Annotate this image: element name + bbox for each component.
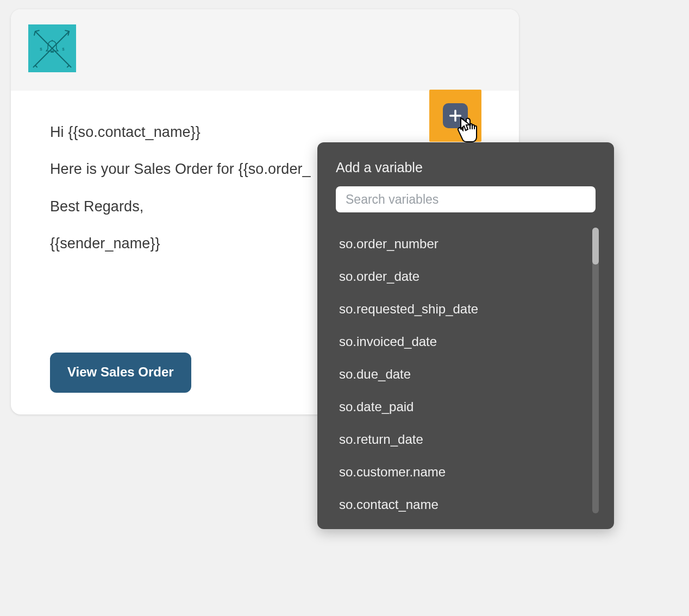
popover-title: Add a variable — [336, 160, 596, 175]
svg-line-5 — [69, 65, 71, 67]
add-variable-button[interactable] — [443, 103, 468, 128]
plus-icon — [448, 108, 463, 123]
variable-list-scroll[interactable]: so.order_number so.order_date so.request… — [336, 228, 596, 521]
svg-line-3 — [35, 65, 37, 67]
variable-item[interactable]: so.due_date — [336, 358, 580, 391]
view-sales-order-button[interactable]: View Sales Order — [50, 353, 191, 393]
variable-item[interactable]: so.customer.name — [336, 456, 580, 488]
add-variable-highlight — [429, 90, 481, 142]
variable-item[interactable]: so.date_paid — [336, 391, 580, 423]
variable-item[interactable]: so.contact_name — [336, 488, 580, 521]
variable-item[interactable]: so.order_number — [336, 228, 580, 260]
variable-search-input[interactable] — [336, 186, 596, 212]
variable-list: so.order_number so.order_date so.request… — [336, 228, 596, 521]
brand-logo: $ $ — [28, 24, 76, 72]
email-line-greeting: Hi {{so.contact_name}} — [50, 122, 480, 142]
logo-right-marker: $ — [62, 47, 65, 52]
variable-item[interactable]: so.requested_ship_date — [336, 293, 580, 325]
logo-left-marker: $ — [40, 47, 42, 52]
card-header: $ $ — [11, 9, 519, 91]
scrollbar-thumb[interactable] — [592, 228, 599, 265]
scrollbar-track — [592, 228, 599, 513]
variable-picker-popover: Add a variable so.order_number so.order_… — [317, 142, 614, 529]
crossed-arrows-icon: $ $ — [31, 27, 73, 70]
variable-item[interactable]: so.order_date — [336, 260, 580, 293]
variable-item[interactable]: so.invoiced_date — [336, 325, 580, 358]
variable-item[interactable]: so.return_date — [336, 423, 580, 456]
